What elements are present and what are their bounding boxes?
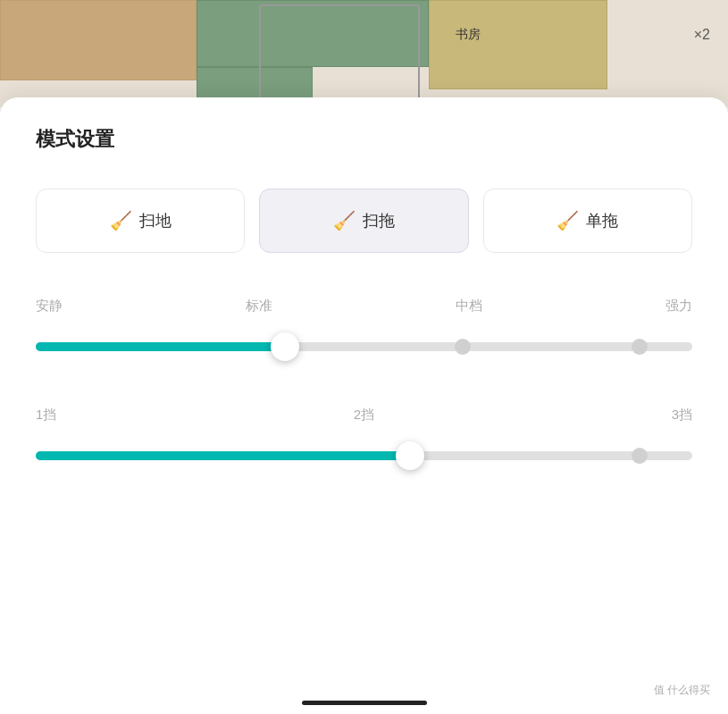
map-room-1 xyxy=(0,0,197,80)
sweep-icon: 🧹 xyxy=(110,210,132,231)
sheet-title: 模式设置 xyxy=(36,126,692,153)
map-area: 书房 ×2 xyxy=(0,0,728,107)
mop-icon: 🧹 xyxy=(556,210,579,231)
map-room-4 xyxy=(429,0,607,89)
water-label-3: 3挡 xyxy=(672,407,692,424)
water-slider-section: 1挡 2挡 3挡 xyxy=(36,407,692,475)
water-label-1: 1挡 xyxy=(36,407,56,424)
suction-slider-fill xyxy=(36,342,285,351)
water-slider-track[interactable] xyxy=(36,451,692,460)
watermark: 值 什么得买 xyxy=(654,683,710,698)
mode-label-sweep-mop: 扫拖 xyxy=(363,210,395,231)
mode-label-mop: 单拖 xyxy=(586,210,618,231)
water-dot-1 xyxy=(632,448,648,464)
map-outline xyxy=(259,4,420,103)
bottom-sheet: 模式设置 🧹 扫地 🧹 扫拖 🧹 单拖 安静 标准 中档 强力 xyxy=(0,97,728,714)
suction-slider-thumb[interactable] xyxy=(271,332,299,361)
mode-label-sweep: 扫地 xyxy=(139,210,172,231)
suction-slider-section: 安静 标准 中档 强力 xyxy=(36,298,692,366)
water-slider-thumb[interactable] xyxy=(396,441,424,470)
map-room-label-shufang: 书房 xyxy=(456,27,481,43)
mode-buttons-container: 🧹 扫地 🧹 扫拖 🧹 单拖 xyxy=(36,189,692,253)
mode-button-mop[interactable]: 🧹 单拖 xyxy=(483,189,692,253)
bottom-indicator xyxy=(302,701,427,705)
mode-button-sweep[interactable]: 🧹 扫地 xyxy=(36,189,245,253)
mode-button-sweep-mop[interactable]: 🧹 扫拖 xyxy=(259,189,468,253)
water-labels: 1挡 2挡 3挡 xyxy=(36,407,692,424)
water-label-2: 2挡 xyxy=(354,407,374,424)
suction-dot-1 xyxy=(455,339,471,355)
water-slider-fill xyxy=(36,451,410,460)
suction-label-standard: 标准 xyxy=(246,298,272,315)
suction-label-quiet: 安静 xyxy=(36,298,63,315)
suction-dot-2 xyxy=(632,339,648,355)
water-slider-track-container[interactable] xyxy=(36,436,692,475)
sweep-mop-icon: 🧹 xyxy=(333,210,356,231)
suction-label-medium: 中档 xyxy=(456,298,482,315)
suction-label-strong: 强力 xyxy=(665,298,692,315)
suction-labels: 安静 标准 中档 强力 xyxy=(36,298,692,315)
suction-slider-track[interactable] xyxy=(36,342,692,351)
suction-slider-track-container[interactable] xyxy=(36,327,692,366)
map-zoom-label: ×2 xyxy=(694,27,710,43)
